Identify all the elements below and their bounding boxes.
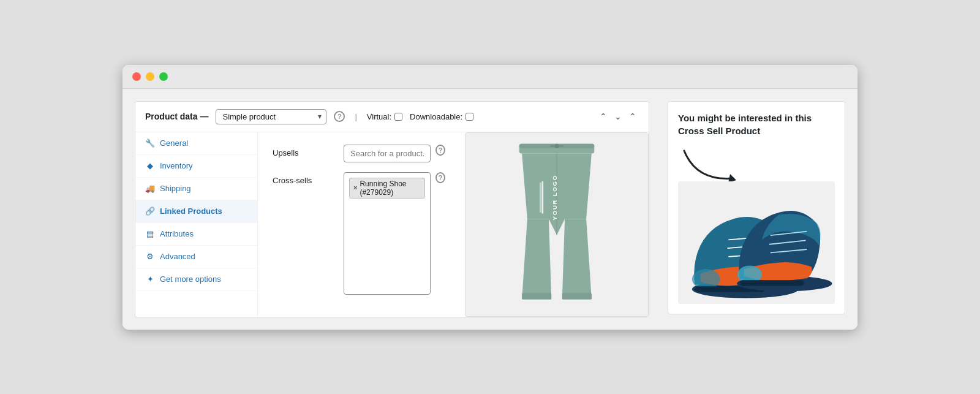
gear-icon: ⚙ — [145, 252, 155, 262]
sidebar-label-attributes: Attributes — [160, 229, 194, 238]
upsells-row: Upsells ? — [273, 145, 445, 162]
virtual-checkbox[interactable] — [394, 113, 402, 121]
product-data-header: Product data — Simple product Variable p… — [135, 102, 649, 132]
svg-text:YOUR LOGO: YOUR LOGO — [551, 175, 558, 220]
plus-icon: ✦ — [145, 275, 155, 284]
upsells-label: Upsells — [273, 145, 334, 157]
svg-point-2 — [555, 144, 559, 148]
scroll-up-button[interactable]: ⌃ — [597, 110, 609, 123]
side-panel-title: You might be interested in this Cross Se… — [678, 112, 835, 137]
sidebar: 🔧 General ◆ Inventory 🚚 Shipping 🔗 Linke… — [135, 132, 258, 317]
downloadable-label-text: Downloadable: — [410, 112, 462, 121]
upsells-search-input[interactable] — [344, 145, 431, 162]
product-type-select[interactable]: Simple product Variable product Grouped … — [216, 109, 326, 124]
sidebar-label-general: General — [160, 138, 188, 148]
sidebar-item-shipping[interactable]: 🚚 Shipping — [135, 178, 257, 200]
svg-rect-9 — [542, 181, 544, 214]
tag-text: Running Shoe (#279029) — [360, 180, 421, 197]
side-panel: You might be interested in this Cross Se… — [662, 101, 845, 317]
upsells-input-area: ? — [344, 145, 445, 162]
sidebar-label-advanced: Advanced — [160, 252, 195, 261]
upsells-help-icon[interactable]: ? — [435, 145, 445, 156]
downloadable-checkbox[interactable] — [466, 113, 473, 121]
cross-sells-input-area: × Running Shoe (#279029) ? — [344, 172, 445, 295]
attributes-icon: ▤ — [145, 229, 155, 239]
close-button[interactable] — [132, 72, 141, 81]
product-data-label: Product data — — [145, 112, 208, 121]
minimize-button[interactable] — [146, 72, 154, 81]
side-panel-card: You might be interested in this Cross Se… — [668, 101, 845, 314]
sidebar-item-attributes[interactable]: ▤ Attributes — [135, 223, 257, 246]
sidebar-label-shipping: Shipping — [160, 184, 191, 193]
sidebar-item-linked-products[interactable]: 🔗 Linked Products — [135, 200, 257, 223]
sidebar-item-general[interactable]: 🔧 General — [135, 132, 257, 155]
header-arrows: ⌃ ⌄ ⌃ — [597, 110, 639, 123]
svg-rect-10 — [540, 183, 541, 213]
cross-sells-box[interactable]: × Running Shoe (#279029) — [344, 172, 431, 295]
svg-rect-6 — [562, 293, 592, 300]
sidebar-item-advanced[interactable]: ⚙ Advanced — [135, 246, 257, 268]
cross-sells-help-icon[interactable]: ? — [435, 172, 445, 183]
virtual-label: Virtual: — [367, 112, 402, 121]
tab-content-linked-products: Upsells ? Cross-sells × — [258, 132, 460, 317]
sidebar-item-get-more[interactable]: ✦ Get more options — [135, 268, 257, 291]
sidebar-label-linked: Linked Products — [160, 206, 222, 216]
pants-image: YOUR LOGO — [502, 138, 612, 310]
product-type-wrapper: Simple product Variable product Grouped … — [216, 109, 326, 124]
downloadable-label: Downloadable: — [410, 112, 473, 121]
cross-sells-tag: × Running Shoe (#279029) — [349, 178, 425, 199]
truck-icon: 🚚 — [145, 184, 155, 194]
sidebar-item-inventory[interactable]: ◆ Inventory — [135, 155, 257, 178]
help-icon[interactable]: ? — [334, 111, 345, 122]
collapse-button[interactable]: ⌃ — [627, 110, 639, 123]
maximize-button[interactable] — [159, 72, 168, 81]
shoe-image-container — [678, 181, 835, 304]
product-image-container: YOUR LOGO — [465, 132, 649, 317]
main-panel: Product data — Simple product Variable p… — [135, 101, 649, 317]
titlebar — [123, 65, 858, 89]
tag-remove-button[interactable]: × — [353, 184, 357, 191]
main-window: Product data — Simple product Variable p… — [123, 65, 858, 330]
inventory-icon: ◆ — [145, 161, 155, 171]
sidebar-label-inventory: Inventory — [160, 161, 192, 170]
cross-sells-row: Cross-sells × Running Shoe (#279029) ? — [273, 172, 445, 295]
content-area: Product data — Simple product Variable p… — [123, 89, 858, 330]
cross-sells-label: Cross-sells — [273, 172, 334, 185]
header-divider: | — [355, 112, 356, 121]
link-icon: 🔗 — [145, 206, 155, 216]
panel-body: 🔧 General ◆ Inventory 🚚 Shipping 🔗 Linke… — [135, 132, 649, 317]
svg-rect-23 — [740, 280, 804, 286]
sidebar-label-more: Get more options — [160, 275, 221, 284]
wrench-icon: 🔧 — [145, 138, 155, 148]
svg-rect-5 — [522, 293, 551, 300]
scroll-down-button[interactable]: ⌄ — [612, 110, 624, 123]
svg-point-13 — [692, 268, 720, 289]
shoe-image — [678, 184, 835, 301]
virtual-label-text: Virtual: — [367, 112, 391, 121]
